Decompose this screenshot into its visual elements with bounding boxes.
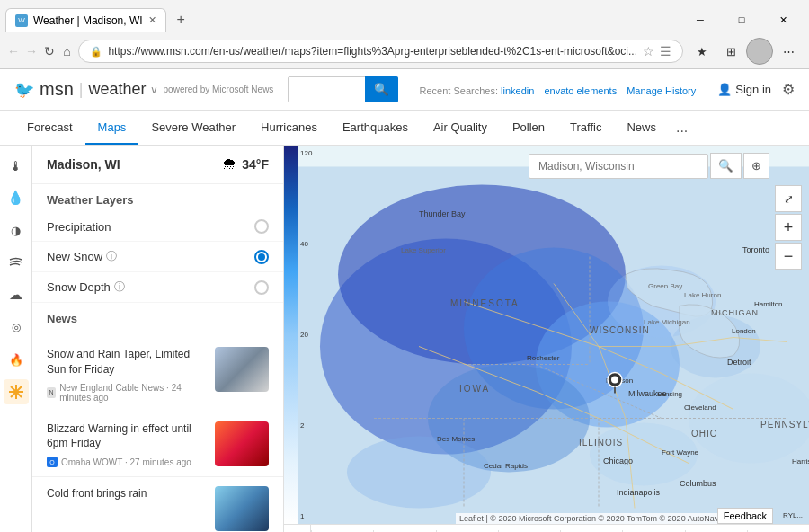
map-location-button[interactable]: ⊕ (743, 153, 769, 179)
moon-layer-icon[interactable]: ◑ (4, 217, 29, 243)
svg-text:Cleveland: Cleveland (684, 403, 716, 412)
snow-depth-info-icon[interactable]: ⓘ (114, 279, 125, 295)
map-search-input[interactable] (529, 154, 708, 179)
zoom-in-button[interactable]: + (775, 214, 802, 241)
tab-forecast[interactable]: Forecast (14, 111, 85, 145)
timeline-bar: ▶ 1 AM 7 AM 1 PM 7 PM 1 AM 7 AM 1 PM 7 P… (284, 524, 809, 532)
map-container[interactable]: Thunder Bay Lake Superior MINNESOTA WISC… (284, 146, 809, 532)
precipitation-radio[interactable] (254, 219, 269, 234)
visibility-layer-icon[interactable]: ◎ (4, 315, 29, 340)
back-button[interactable]: ← (7, 39, 20, 64)
thermometer-layer-icon[interactable]: 🌡 (4, 153, 29, 178)
lock-icon: 🔒 (90, 46, 102, 58)
news-text-2: Blizzard Warning in effect until 6pm Fri… (47, 421, 206, 468)
tab-pollen[interactable]: Pollen (500, 111, 557, 145)
zoom-out-button[interactable]: − (775, 243, 802, 270)
more-options-icon[interactable]: ⋯ (775, 38, 802, 65)
nav-tabs: Forecast Maps Severe Weather Hurricanes … (0, 111, 809, 146)
close-button[interactable]: ✕ (762, 5, 804, 34)
weather-panel: Madison, WI 🌨 34°F Weather Layers Precip… (32, 146, 284, 532)
browser-tab[interactable]: W Weather | Madison, WI ✕ (5, 8, 166, 32)
feedback-button[interactable]: Feedback (717, 508, 773, 524)
news-title-3: Cold front brings rain (47, 486, 206, 501)
new-snow-radio[interactable] (254, 250, 269, 264)
svg-text:Thunder Bay: Thunder Bay (419, 209, 466, 218)
tab-hurricanes[interactable]: Hurricanes (248, 111, 330, 145)
fire-layer-icon[interactable]: 🔥 (4, 347, 29, 372)
map-controls: ⤢ + − (775, 185, 802, 270)
tab-maps[interactable]: Maps (85, 111, 139, 145)
collections-icon[interactable]: ⊞ (717, 38, 744, 65)
search-button[interactable]: 🔍 (365, 76, 398, 102)
msn-logo[interactable]: 🐦 msn | weather ∨ powered by Microsoft N… (14, 79, 273, 100)
recent-search-linkedin[interactable]: linkedin (501, 85, 534, 96)
scale-label-2: 2 (284, 421, 313, 430)
tab-severe-weather[interactable]: Severe Weather (138, 111, 248, 145)
svg-text:PENNSYLVANIA: PENNSYLVANIA (760, 420, 809, 430)
svg-text:Indianapolis: Indianapolis (617, 488, 661, 497)
svg-text:Toronto: Toronto (742, 245, 769, 254)
tab-news[interactable]: News (614, 111, 669, 145)
svg-text:Lake Superior: Lake Superior (401, 246, 446, 254)
precipitation-layer-icon[interactable]: 💧 (4, 185, 29, 210)
refresh-button[interactable]: ↻ (43, 39, 56, 64)
logo-divider: | (79, 80, 84, 99)
weather-dropdown-arrow[interactable]: ∨ (150, 84, 158, 96)
svg-text:Detroit: Detroit (727, 358, 751, 367)
forward-button[interactable]: → (25, 39, 38, 64)
new-tab-button[interactable]: + (170, 8, 192, 31)
wind-layer-icon[interactable] (4, 250, 29, 275)
tab-title: Weather | Madison, WI (33, 14, 143, 27)
news-text-3: Cold front brings rain (47, 486, 206, 531)
new-snow-info-icon[interactable]: ⓘ (106, 249, 117, 264)
snow-depth-radio[interactable] (254, 280, 269, 295)
cloud-layer-icon[interactable]: ☁ (4, 282, 29, 307)
more-tabs-button[interactable]: ... (669, 111, 695, 145)
location-name: Madison, WI (47, 157, 120, 172)
star-icon[interactable]: ☆ (643, 44, 654, 58)
header-right: 👤 Sign in ⚙ (717, 81, 795, 98)
location-header: Madison, WI 🌨 34°F (32, 146, 283, 184)
reading-view-icon[interactable]: ☰ (660, 44, 671, 58)
news-item-3[interactable]: Cold front brings rain (32, 477, 283, 532)
svg-text:Lansing: Lansing (657, 390, 682, 398)
favorites-icon[interactable]: ★ (689, 38, 716, 65)
home-button[interactable]: ⌂ (61, 39, 74, 64)
layer-sidebar: 🌡 💧 ◑ ☁ ◎ 🔥 (0, 146, 32, 532)
precipitation-layer[interactable]: Precipitation (32, 212, 283, 242)
tab-earthquakes[interactable]: Earthquakes (330, 111, 421, 145)
svg-text:MICHIGAN: MICHIGAN (711, 308, 759, 317)
tab-traffic[interactable]: Traffic (557, 111, 614, 145)
news-item-2[interactable]: Blizzard Warning in effect until 6pm Fri… (32, 412, 283, 478)
new-snow-layer[interactable]: New Snow ⓘ (32, 242, 283, 272)
address-bar[interactable]: 🔒 https://www.msn.com/en-us/weather/maps… (78, 40, 683, 63)
manage-history-link[interactable]: Manage History (627, 85, 696, 96)
weather-label[interactable]: weather ∨ (88, 80, 157, 99)
svg-text:ILLINOIS: ILLINOIS (579, 438, 623, 448)
sign-in-icon: 👤 (717, 83, 732, 96)
tab-close-button[interactable]: ✕ (148, 14, 156, 26)
user-icon[interactable] (746, 38, 773, 65)
search-icon: 🔍 (374, 83, 389, 96)
recent-search-envato[interactable]: envato elements (544, 85, 617, 96)
main-content: 🌡 💧 ◑ ☁ ◎ 🔥 Madison, WI 🌨 34°F Weather (0, 146, 809, 532)
site-header: 🐦 msn | weather ∨ powered by Microsoft N… (0, 69, 809, 111)
news-item-1[interactable]: Snow and Rain Taper, Limited Sun for Fri… (32, 338, 283, 412)
timeline-play-button[interactable]: ▶ (284, 525, 311, 533)
scale-label-20: 20 (284, 331, 313, 339)
snow-depth-layer[interactable]: Snow Depth ⓘ (32, 272, 283, 303)
source-icon-2: O (47, 457, 58, 467)
map-search-button[interactable]: 🔍 (710, 153, 742, 179)
expand-map-button[interactable]: ⤢ (775, 185, 802, 212)
snow-layer-icon[interactable] (4, 379, 29, 404)
sign-in-button[interactable]: 👤 Sign in (717, 83, 771, 96)
svg-text:OHIO: OHIO (691, 429, 718, 439)
news-section-title: News (32, 303, 283, 331)
settings-button[interactable]: ⚙ (782, 81, 795, 98)
minimize-button[interactable]: ─ (680, 5, 721, 34)
tab-air-quality[interactable]: Air Quality (421, 111, 500, 145)
maximize-button[interactable]: □ (721, 5, 762, 34)
news-source-2: O Omaha WOWT · 27 minutes ago (47, 457, 206, 467)
news-text-1: Snow and Rain Taper, Limited Sun for Fri… (47, 347, 206, 403)
svg-point-13 (347, 437, 491, 509)
